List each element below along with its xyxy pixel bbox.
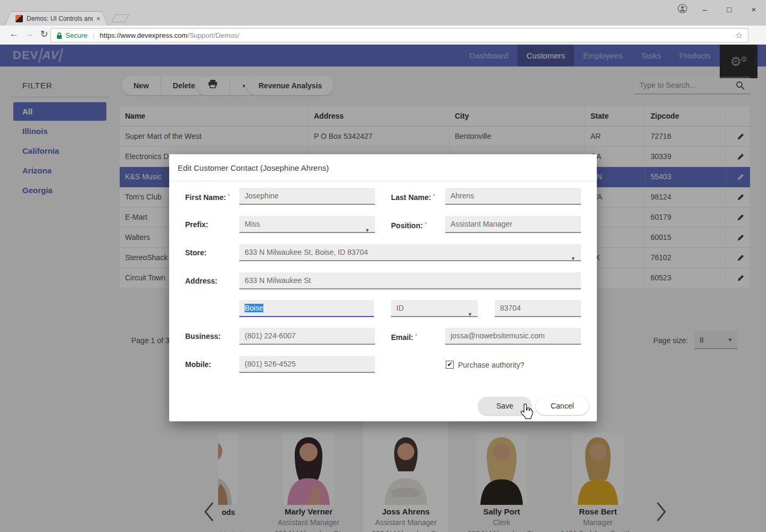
selected-text: Boise [245, 304, 263, 312]
store-select[interactable]: 633 N Milwaukee St, Boise, ID 83704▼ [239, 244, 581, 261]
city-field[interactable]: Boise [239, 300, 374, 317]
address-field[interactable]: 633 N Milwaukee St [239, 272, 581, 289]
window-minimize-button[interactable]: – [693, 5, 717, 14]
prefix-label: Prefix: [185, 216, 209, 233]
address-bar[interactable]: Secure | https://www.devexpress.com /Sup… [51, 28, 748, 43]
devexpress-favicon [15, 15, 23, 22]
mobile-label: Mobile: [185, 356, 211, 373]
first-name-field[interactable]: Josephine [239, 188, 375, 205]
profile-icon[interactable] [678, 4, 687, 13]
zipcode-field[interactable]: 83704 [495, 300, 581, 317]
last-name-label: Last Name:* [391, 188, 435, 206]
last-name-field[interactable]: Ahrens [445, 188, 581, 205]
forward-icon[interactable]: → [22, 28, 36, 39]
browser-titlebar: Demos: UI Controls and F × – □ × [0, 0, 766, 26]
bookmark-star-icon[interactable]: ☆ [735, 30, 743, 40]
browser-tab[interactable]: Demos: UI Controls and F × [4, 11, 109, 26]
required-asterisk: * [415, 332, 418, 340]
edit-customer-contact-dialog: Edit Customer Contact (Josephine Ahrens)… [169, 154, 597, 421]
address-label: Address: [185, 272, 218, 289]
mobile-phone-field[interactable]: (801) 526-4525 [239, 356, 375, 373]
tab-title: Demos: UI Controls and F [27, 15, 93, 22]
window-maximize-button[interactable]: □ [717, 5, 742, 14]
position-field[interactable]: Assistant Manager [445, 216, 581, 233]
first-name-label: First Name:* [185, 188, 230, 206]
cancel-button[interactable]: Cancel [536, 397, 589, 415]
business-phone-field[interactable]: (801) 224-6007 [239, 328, 375, 345]
url-divider: | [93, 31, 94, 39]
caret-down-icon[interactable]: ▼ [571, 251, 576, 261]
secure-lock-icon [56, 32, 62, 39]
purchase-authority-label: Purchase authority? [458, 361, 524, 369]
required-asterisk: * [432, 193, 435, 200]
window-close-button[interactable]: × [742, 5, 766, 14]
secure-label: Secure [65, 31, 87, 39]
email-field[interactable]: jossa@nowebsitemusic.com [445, 328, 581, 345]
url-text: https://www.devexpress.com [100, 31, 188, 39]
caret-down-icon[interactable]: ▼ [468, 306, 472, 317]
caret-down-icon[interactable]: ▼ [365, 222, 370, 233]
back-icon[interactable]: ← [7, 28, 21, 39]
url-path-text: /Support/Demos/ [187, 31, 239, 39]
required-asterisk: * [424, 221, 427, 228]
reload-icon[interactable]: ↻ [37, 28, 51, 40]
browser-chrome: Demos: UI Controls and F × – □ × ← → ↻ ⋮… [0, 0, 766, 45]
browser-tab-inner[interactable]: Demos: UI Controls and F × [5, 12, 108, 26]
new-tab-button[interactable] [111, 14, 129, 22]
state-select[interactable]: ID▼ [391, 300, 478, 317]
required-asterisk: * [228, 193, 230, 200]
purchase-authority-checkbox[interactable]: ✔ [446, 361, 454, 369]
store-label: Store: [185, 244, 206, 261]
business-label: Business: [185, 328, 221, 345]
tab-close-icon[interactable]: × [96, 14, 101, 23]
dialog-title: Edit Customer Contact (Josephine Ahrens) [169, 154, 597, 181]
prefix-select[interactable]: Miss▼ [239, 216, 375, 233]
mouse-hand-cursor [519, 403, 534, 420]
email-label: Email:* [391, 328, 418, 346]
position-label: Position:* [391, 216, 427, 234]
